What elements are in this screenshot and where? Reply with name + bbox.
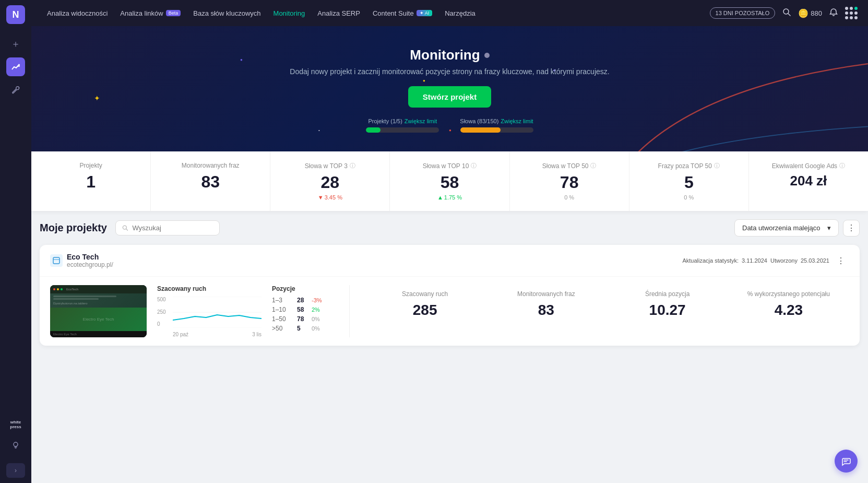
project-domain: ecotechgroup.pl/ — [67, 261, 113, 268]
stat-fraz-label: Monitorowanych fraz — [182, 162, 240, 169]
page-content: ✦ ● ● ● ● • Monitoring Dodaj nowy projek… — [31, 26, 868, 483]
stat-projekty-label: Projekty — [79, 162, 102, 169]
stat-ekwiwalent-label: Ekwiwalent Google Ads ⓘ — [772, 162, 845, 170]
sparkle-4: ● — [423, 78, 425, 83]
svg-rect-5 — [53, 257, 60, 264]
project-name: Eco Tech — [67, 253, 113, 261]
nav-narzedzia[interactable]: Narzędzia — [439, 6, 481, 20]
sparkle-6: • — [318, 128, 320, 133]
words-progress-label: Słowa (83/150) Zwiększ limit — [460, 118, 533, 124]
apps-icon[interactable] — [845, 7, 858, 19]
nav-icons: 🪙 880 — [782, 7, 858, 19]
nav-baza-slow[interactable]: Baza słów kluczowych — [188, 6, 266, 20]
info-icon-poza[interactable]: ⓘ — [714, 162, 720, 170]
search-input[interactable] — [132, 224, 212, 232]
stat-top10-value: 58 — [441, 173, 459, 192]
project-updated-date: 3.11.2024 — [742, 257, 767, 264]
words-increase-limit[interactable]: Zwiększ limit — [501, 118, 533, 124]
notification-icon[interactable] — [829, 8, 838, 18]
search-icon[interactable] — [782, 8, 791, 18]
stat-poza-top50: Frazy poza TOP 50 ⓘ 5 0 % — [629, 151, 749, 211]
whitepress-logo: white press — [10, 420, 21, 430]
ai-badge: ✦ AI — [417, 10, 433, 16]
sidebar-expand-button[interactable]: › — [6, 463, 25, 478]
nav-analiza-serp[interactable]: Analiza SERP — [312, 6, 365, 20]
sort-dropdown[interactable]: Data utworzenia malejąco ▾ — [734, 219, 839, 237]
projects-progress: Projekty (1/5) Zwiększ limit — [366, 118, 439, 133]
beta-badge: Beta — [166, 10, 181, 16]
info-icon-top10[interactable]: ⓘ — [471, 162, 477, 170]
words-progress-fill — [460, 127, 501, 133]
projects-progress-bar — [366, 127, 439, 133]
hero-title: Monitoring — [410, 47, 489, 63]
stat-top3-change: ▼ 3.45 % — [318, 194, 342, 201]
hero-section: ✦ ● ● ● ● • Monitoring Dodaj nowy projek… — [31, 26, 868, 151]
project-options-button[interactable]: ⋮ — [833, 252, 849, 269]
project-thumbnail: EcoTech Dystrybutorun.na.tablero — [50, 285, 147, 337]
sidebar-bulb-icon[interactable] — [6, 436, 25, 455]
stat-top10-change: ▲ 1.75 % — [437, 194, 462, 201]
stats-row: Projekty 1 Monitorowanych fraz 83 Słowa … — [31, 151, 868, 211]
stat-poza-value: 5 — [684, 173, 694, 192]
projects-header-right: Data utworzenia malejąco ▾ ⋮ — [734, 219, 860, 237]
info-icon-top3[interactable]: ⓘ — [350, 162, 355, 170]
nav-content-suite[interactable]: Content Suite ✦ AI — [367, 6, 437, 20]
stat-fraz-value: 83 — [201, 172, 220, 192]
chat-button[interactable] — [835, 450, 858, 473]
create-project-button[interactable]: Stwórz projekt — [408, 86, 491, 108]
metric-monitorowanych-fraz: Monitorowanych fraz 83 — [485, 285, 607, 337]
sidebar-wrench-icon[interactable] — [6, 80, 25, 99]
project-search-box[interactable] — [115, 220, 220, 235]
projects-section: Moje projekty Data utworzenia malejąco ▾… — [31, 219, 868, 354]
words-progress-bar — [460, 127, 533, 133]
project-icon — [50, 254, 63, 267]
top-navigation: Analiza widoczności Analiza linków Beta … — [31, 0, 868, 26]
project-card-header: Eco Tech ecotechgroup.pl/ Aktualizacja s… — [40, 245, 860, 277]
metric-srednia-pozycja: Średnia pozycja 10.27 — [607, 285, 728, 337]
nav-analiza-linkow[interactable]: Analiza linków Beta — [115, 6, 186, 20]
chart-x-labels: 20 paź 3 lis — [173, 332, 261, 337]
stat-poza-change: 0 % — [684, 194, 694, 201]
coin-icon: 🪙 — [798, 8, 808, 18]
info-icon-ekwiwalent[interactable]: ⓘ — [839, 162, 845, 170]
info-icon-top50[interactable]: ⓘ — [590, 162, 596, 170]
svg-point-0 — [14, 442, 18, 446]
projects-progress-label: Projekty (1/5) Zwiększ limit — [368, 118, 437, 124]
projects-title: Moje projekty — [40, 222, 107, 234]
trial-button[interactable]: 13 DNI POZOSTAŁO — [710, 7, 776, 19]
app-logo[interactable]: N — [6, 5, 25, 24]
nav-analiza-widocznosci[interactable]: Analiza widoczności — [42, 6, 113, 20]
main-area: Analiza widoczności Analiza linków Beta … — [31, 0, 868, 483]
hero-title-dot — [484, 53, 490, 58]
chart-y-labels: 500 250 0 — [157, 297, 166, 327]
stat-top10: Słowa w TOP 10 ⓘ 58 ▲ 1.75 % — [390, 151, 509, 211]
projects-progress-fill — [366, 127, 381, 133]
projects-menu-button[interactable]: ⋮ — [843, 220, 860, 237]
nav-monitoring[interactable]: Monitoring — [268, 6, 311, 20]
sparkle-1: ✦ — [94, 94, 100, 102]
words-progress: Słowa (83/150) Zwiększ limit — [460, 118, 533, 133]
hero-progress: Projekty (1/5) Zwiększ limit Słowa (83/1… — [366, 118, 533, 133]
sidebar-chart-icon[interactable] — [6, 57, 25, 76]
project-card-body: EcoTech Dystrybutorun.na.tablero — [40, 277, 860, 346]
sidebar-bottom: white press › — [6, 420, 25, 478]
stat-top3-label: Słowa w TOP 3 ⓘ — [305, 162, 355, 170]
pos-row-1-3: 1–3 28 -3% — [272, 297, 335, 304]
projects-increase-limit[interactable]: Zwiększ limit — [405, 118, 437, 124]
stat-top50-value: 78 — [560, 173, 579, 192]
pos-row-50plus: >50 5 0% — [272, 325, 335, 332]
project-created-label: Utworzony — [770, 257, 798, 264]
stat-monitorowanych-fraz: Monitorowanych fraz 83 — [151, 151, 270, 211]
sidebar: N ＋ white press › — [0, 0, 31, 483]
metric-potencjal: % wykorzystanego potencjału 4.23 — [728, 285, 849, 337]
projects-header: Moje projekty Data utworzenia malejąco ▾… — [40, 219, 860, 237]
chart-svg — [173, 297, 261, 328]
project-header-meta: Aktualizacja statystyk: 3.11.2024 Utworz… — [682, 252, 849, 269]
chart-title: Szacowany ruch — [157, 285, 261, 292]
sidebar-add-icon[interactable]: ＋ — [6, 34, 25, 53]
svg-line-2 — [788, 14, 790, 16]
search-icon — [122, 225, 128, 231]
chart-section: Szacowany ruch 500 250 0 — [157, 285, 261, 337]
stat-projekty-value: 1 — [86, 172, 96, 192]
project-created-date: 25.03.2021 — [801, 257, 829, 264]
